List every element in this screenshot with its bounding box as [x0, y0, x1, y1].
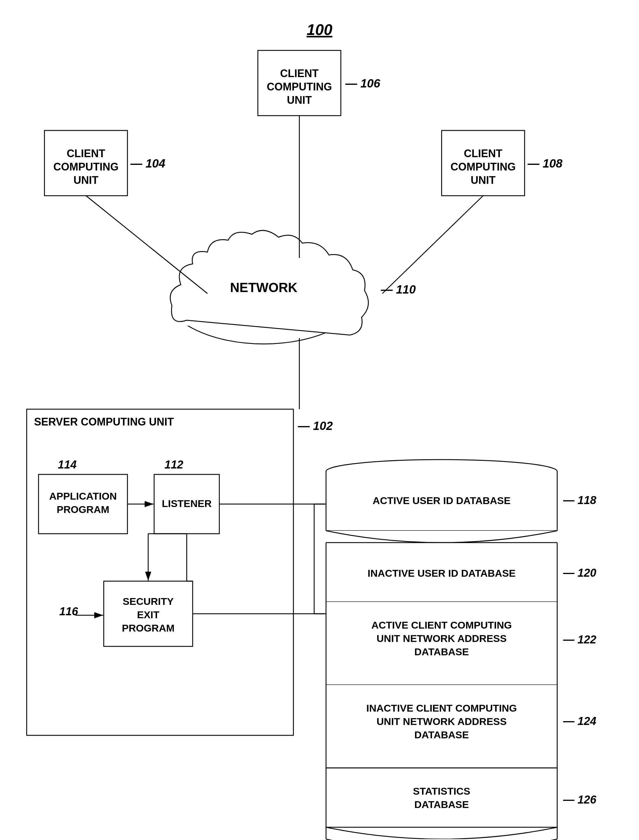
svg-text:100: 100: [307, 21, 332, 38]
svg-rect-1: [258, 50, 341, 116]
svg-text:ACTIVE CLIENT COMPUTING: ACTIVE CLIENT COMPUTING: [371, 619, 512, 631]
svg-line-26: [382, 196, 483, 294]
svg-text:— 110: — 110: [381, 283, 416, 296]
svg-rect-31: [38, 474, 127, 534]
svg-rect-40: [104, 581, 192, 646]
svg-text:NETWORK: NETWORK: [230, 280, 297, 295]
svg-rect-28: [27, 409, 293, 735]
svg-text:ACTIVE USER ID DATABASE: ACTIVE USER ID DATABASE: [372, 495, 510, 506]
svg-text:UNIT: UNIT: [287, 94, 312, 106]
svg-text:COMPUTING: COMPUTING: [450, 161, 516, 173]
svg-point-19: [181, 237, 252, 296]
svg-point-21: [278, 237, 350, 296]
svg-text:112: 112: [164, 458, 183, 471]
svg-text:APPLICATION: APPLICATION: [49, 490, 117, 502]
svg-text:116: 116: [59, 605, 78, 617]
svg-rect-35: [154, 474, 219, 534]
svg-rect-59: [326, 542, 557, 602]
diagram: 100 CLIENT COMPUTING UNIT — 106 CLIENT C…: [0, 0, 639, 840]
svg-text:SECURITY: SECURITY: [123, 596, 174, 607]
svg-text:INACTIVE USER ID DATABASE: INACTIVE USER ID DATABASE: [367, 568, 515, 579]
svg-text:CLIENT: CLIENT: [67, 147, 105, 159]
svg-rect-66: [326, 602, 557, 685]
svg-text:— 120: — 120: [563, 566, 596, 579]
svg-text:COMPUTING: COMPUTING: [53, 161, 119, 173]
svg-text:DATABASE: DATABASE: [414, 646, 469, 657]
svg-text:DATABASE: DATABASE: [414, 729, 469, 740]
svg-point-16: [163, 237, 364, 344]
svg-text:— 118: — 118: [563, 494, 597, 506]
svg-text:COMPUTING: COMPUTING: [267, 81, 332, 93]
svg-point-18: [302, 255, 367, 326]
svg-text:PROGRAM: PROGRAM: [122, 622, 175, 634]
svg-text:UNIT: UNIT: [73, 174, 99, 186]
svg-text:— 126: — 126: [563, 794, 597, 806]
svg-rect-74: [326, 685, 557, 768]
svg-text:STATISTICS: STATISTICS: [413, 786, 470, 797]
svg-text:— 102: — 102: [297, 419, 333, 432]
svg-text:CLIENT: CLIENT: [280, 67, 319, 80]
svg-rect-53: [326, 471, 557, 531]
svg-text:LISTENER: LISTENER: [162, 498, 211, 509]
svg-point-52: [326, 460, 557, 483]
svg-point-17: [160, 255, 225, 326]
svg-text:SERVER COMPUTING UNIT: SERVER COMPUTING UNIT: [34, 416, 174, 428]
svg-text:UNIT NETWORK ADDRESS: UNIT NETWORK ADDRESS: [377, 716, 507, 727]
svg-text:114: 114: [58, 458, 76, 471]
svg-rect-6: [45, 130, 127, 196]
svg-text:UNIT NETWORK ADDRESS: UNIT NETWORK ADDRESS: [377, 633, 507, 644]
svg-text:— 108: — 108: [527, 157, 563, 170]
svg-text:— 122: — 122: [563, 633, 596, 646]
svg-text:INACTIVE CLIENT COMPUTING: INACTIVE CLIENT COMPUTING: [366, 702, 517, 714]
svg-text:— 104: — 104: [130, 157, 165, 170]
svg-rect-11: [442, 130, 525, 196]
svg-text:UNIT: UNIT: [471, 174, 496, 186]
svg-text:CLIENT: CLIENT: [464, 147, 502, 159]
svg-point-20: [225, 225, 302, 291]
svg-text:EXIT: EXIT: [137, 609, 159, 620]
svg-text:— 124: — 124: [563, 715, 596, 727]
svg-text:— 106: — 106: [345, 77, 381, 90]
svg-text:PROGRAM: PROGRAM: [57, 504, 110, 515]
svg-line-25: [86, 196, 207, 294]
svg-rect-82: [326, 768, 557, 827]
svg-text:DATABASE: DATABASE: [414, 799, 469, 810]
